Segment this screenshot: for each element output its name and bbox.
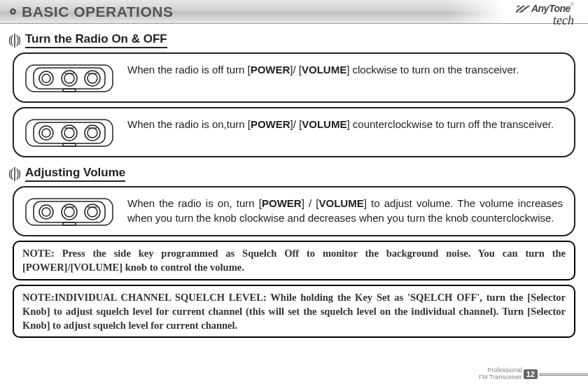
- section-heading-volume: Adjusting Volume: [8, 166, 588, 182]
- text-key: VOLUME: [302, 64, 346, 76]
- card-text: When the radio is on,turn [POWER]/ [VOLU…: [127, 115, 563, 131]
- section-heading-power: Turn the Radio On & OFF: [8, 32, 588, 48]
- page-number-badge: 12: [524, 369, 538, 379]
- text-key: POWER: [262, 197, 302, 209]
- page-footer: Professional FM Transceiver 12: [479, 367, 588, 381]
- text-key: POWER: [251, 64, 290, 76]
- text-key: VOLUME: [319, 197, 364, 209]
- brand-main-text: AnyTone: [517, 3, 570, 14]
- brand-sub-text: tech: [553, 17, 574, 24]
- text-span: When the radio is on,turn [: [127, 118, 251, 130]
- text-key: VOLUME: [302, 118, 346, 130]
- card-text: When the radio is off turn [POWER]/ [VOL…: [127, 61, 563, 77]
- text-span: When the radio is off turn [: [127, 64, 251, 76]
- text-span: ]/ [: [290, 64, 302, 76]
- header-title: BASIC OPERATIONS: [22, 3, 173, 20]
- card-power-on: When the radio is off turn [POWER]/ [VOL…: [13, 52, 575, 103]
- wave-icon: [8, 167, 21, 181]
- note-squelch-off: NOTE: Press the side key programmed as S…: [13, 241, 575, 280]
- footer-bar-icon: [539, 374, 588, 376]
- text-key: POWER: [251, 118, 290, 130]
- radio-illustration-icon: [24, 61, 115, 94]
- brand-logo: AnyTone® tech: [517, 2, 574, 27]
- header-bullet-icon: [10, 8, 16, 15]
- card-power-off: When the radio is on,turn [POWER]/ [VOLU…: [13, 107, 575, 157]
- card-volume: When the radio is on, turn [POWER] / [VO…: [13, 186, 575, 236]
- footer-label: Professional FM Transceiver: [479, 367, 522, 381]
- text-span: ] clockwise to turn on the transceiver.: [346, 64, 519, 76]
- radio-illustration-icon: [24, 115, 115, 149]
- header-strip: BASIC OPERATIONS AnyTone® tech: [0, 0, 588, 24]
- card-text: When the radio is on, turn [POWER] / [VO…: [127, 194, 563, 225]
- section-title-volume: Adjusting Volume: [25, 166, 125, 182]
- registered-icon: ®: [570, 2, 574, 7]
- footer-line: FM Transceiver: [479, 374, 522, 381]
- section-title-power: Turn the Radio On & OFF: [25, 32, 167, 48]
- manual-page: BASIC OPERATIONS AnyTone® tech Turn the …: [0, 0, 588, 384]
- text-span: When the radio is on, turn [: [127, 197, 262, 209]
- wave-icon: [8, 34, 21, 48]
- radio-illustration-icon: [24, 194, 115, 228]
- note-individual-squelch: NOTE:INDIVIDUAL CHANNEL SQUELCH LEVEL: W…: [13, 285, 575, 339]
- text-span: ] counterclockwise to turn off the trans…: [346, 118, 554, 130]
- text-span: ] / [: [302, 197, 319, 209]
- text-span: ]/ [: [290, 118, 302, 130]
